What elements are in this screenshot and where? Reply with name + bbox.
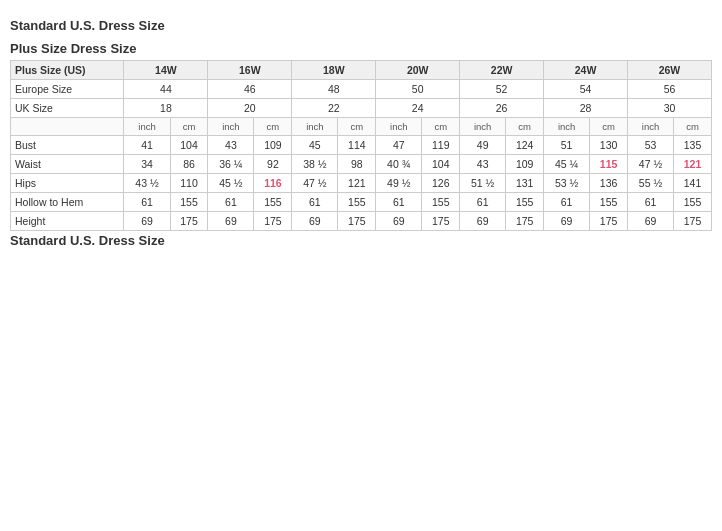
pho-cm-4: 155 (506, 193, 544, 212)
pht-cm-2: 175 (338, 212, 376, 231)
plus-22w: 22W (460, 61, 544, 80)
plus-hollow-label: Hollow to Hem (11, 193, 124, 212)
ph-cm-3: 126 (422, 174, 460, 193)
p-cm-7: cm (674, 118, 712, 136)
p-cm-6: cm (590, 118, 628, 136)
plus-europe-44: 44 (124, 80, 208, 99)
pw-inch-2: 38 ½ (292, 155, 338, 174)
plus-uk-label: UK Size (11, 99, 124, 118)
plus-uk-row: UK Size 18 20 22 24 26 28 30 (11, 99, 712, 118)
pb-inch-6: 53 (627, 136, 673, 155)
pho-cm-6: 155 (674, 193, 712, 212)
p-cm-5: cm (506, 118, 544, 136)
pho-cm-5: 155 (590, 193, 628, 212)
plus-18w: 18W (292, 61, 376, 80)
pht-inch-1: 69 (208, 212, 254, 231)
pho-inch-1: 61 (208, 193, 254, 212)
pho-inch-0: 61 (124, 193, 170, 212)
plus-hips-row: Hips 43 ½ 110 45 ½ 116 47 ½ 121 49 ½ 126… (11, 174, 712, 193)
pb-cm-0: 104 (170, 136, 208, 155)
plus-europe-56: 56 (627, 80, 711, 99)
ph-inch-0: 43 ½ (124, 174, 170, 193)
pw-inch-6: 47 ½ (627, 155, 673, 174)
ph-inch-1: 45 ½ (208, 174, 254, 193)
pb-inch-5: 51 (544, 136, 590, 155)
p-cm-4: cm (422, 118, 460, 136)
plus-bust-row: Bust 41 104 43 109 45 114 47 119 49 124 … (11, 136, 712, 155)
pb-cm-5: 130 (590, 136, 628, 155)
plus-bust-label: Bust (11, 136, 124, 155)
plus-table: Plus Size (US) 14W 16W 18W 20W 22W 24W 2… (10, 60, 712, 231)
p-cm-3: cm (338, 118, 376, 136)
plus-uk-18: 18 (124, 99, 208, 118)
ph-cm-1: 116 (254, 174, 292, 193)
pb-inch-4: 49 (460, 136, 506, 155)
pho-cm-0: 155 (170, 193, 208, 212)
p-inch-6: inch (544, 118, 590, 136)
pht-inch-6: 69 (627, 212, 673, 231)
pw-inch-1: 36 ¼ (208, 155, 254, 174)
pw-cm-3: 104 (422, 155, 460, 174)
pht-inch-5: 69 (544, 212, 590, 231)
plus-europe-row: Europe Size 44 46 48 50 52 54 56 (11, 80, 712, 99)
pht-inch-0: 69 (124, 212, 170, 231)
plus-height-row: Height 69 175 69 175 69 175 69 175 69 17… (11, 212, 712, 231)
plus-empty (11, 118, 124, 136)
pht-cm-6: 175 (674, 212, 712, 231)
pht-inch-4: 69 (460, 212, 506, 231)
pb-inch-0: 41 (124, 136, 170, 155)
pb-cm-1: 109 (254, 136, 292, 155)
plus-20w: 20W (376, 61, 460, 80)
pho-inch-2: 61 (292, 193, 338, 212)
plus-uk-24: 24 (376, 99, 460, 118)
pht-cm-4: 175 (506, 212, 544, 231)
pht-inch-2: 69 (292, 212, 338, 231)
plus-uk-28: 28 (544, 99, 628, 118)
plus-16w: 16W (208, 61, 292, 80)
pb-inch-3: 47 (376, 136, 422, 155)
pho-inch-3: 61 (376, 193, 422, 212)
plus-uk-26: 26 (460, 99, 544, 118)
pw-inch-3: 40 ¾ (376, 155, 422, 174)
p-inch-7: inch (627, 118, 673, 136)
ph-inch-5: 53 ½ (544, 174, 590, 193)
p-inch-4: inch (376, 118, 422, 136)
pw-inch-0: 34 (124, 155, 170, 174)
pb-cm-4: 124 (506, 136, 544, 155)
ph-cm-2: 121 (338, 174, 376, 193)
pb-cm-6: 135 (674, 136, 712, 155)
pht-cm-5: 175 (590, 212, 628, 231)
ph-cm-5: 136 (590, 174, 628, 193)
pw-cm-4: 109 (506, 155, 544, 174)
plus-hollow-row: Hollow to Hem 61 155 61 155 61 155 61 15… (11, 193, 712, 212)
pht-cm-3: 175 (422, 212, 460, 231)
pb-inch-1: 43 (208, 136, 254, 155)
standard-title-2: Standard U.S. Dress Size (10, 233, 712, 248)
standard-section-title: Standard U.S. Dress Size (10, 18, 712, 33)
pho-inch-6: 61 (627, 193, 673, 212)
plus-size-label: Plus Size (US) (11, 61, 124, 80)
plus-header-row: Plus Size (US) 14W 16W 18W 20W 22W 24W 2… (11, 61, 712, 80)
plus-europe-48: 48 (292, 80, 376, 99)
plus-europe-50: 50 (376, 80, 460, 99)
p-inch-3: inch (292, 118, 338, 136)
pho-inch-4: 61 (460, 193, 506, 212)
pw-cm-0: 86 (170, 155, 208, 174)
ph-cm-6: 141 (674, 174, 712, 193)
plus-europe-52: 52 (460, 80, 544, 99)
plus-24w: 24W (544, 61, 628, 80)
p-cm-1: cm (170, 118, 208, 136)
p-inch-5: inch (460, 118, 506, 136)
ph-inch-6: 55 ½ (627, 174, 673, 193)
plus-waist-label: Waist (11, 155, 124, 174)
pw-cm-5: 115 (590, 155, 628, 174)
plus-26w: 26W (627, 61, 711, 80)
ph-inch-2: 47 ½ (292, 174, 338, 193)
pht-cm-0: 175 (170, 212, 208, 231)
plus-europe-54: 54 (544, 80, 628, 99)
pw-cm-1: 92 (254, 155, 292, 174)
pw-cm-6: 121 (674, 155, 712, 174)
pb-inch-2: 45 (292, 136, 338, 155)
pw-cm-2: 98 (338, 155, 376, 174)
plus-14w: 14W (124, 61, 208, 80)
